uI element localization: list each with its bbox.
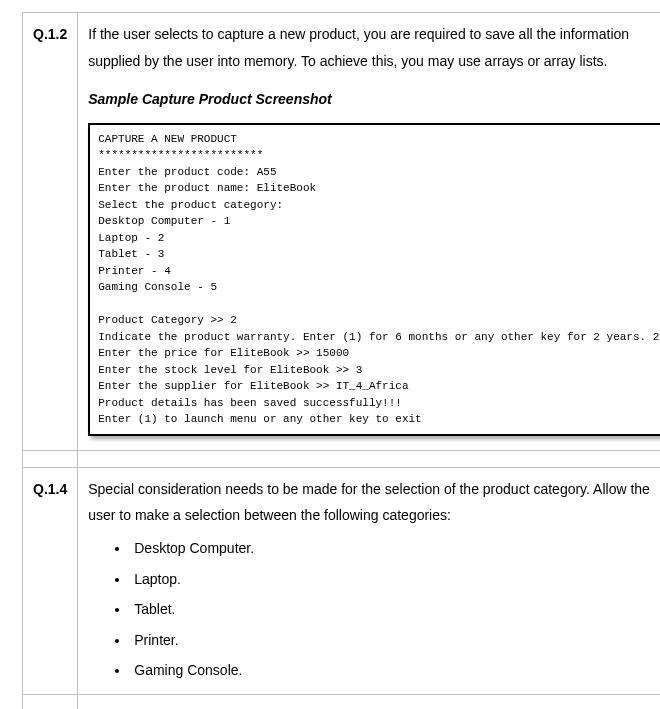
q14-text: Special consideration needs to be made f… [88,476,660,529]
q12-cell: If the user selects to capture a new pro… [78,13,660,451]
q14-category-list: Desktop Computer. Laptop. Tablet. Printe… [88,533,660,686]
list-item: Laptop. [130,564,660,595]
spacer-1 [23,450,661,467]
row-q14: Q.1.4 Special consideration needs to be … [23,467,661,694]
q12-text: If the user selects to capture a new pro… [88,21,660,74]
q12-console: CAPTURE A NEW PRODUCT ******************… [88,123,660,436]
list-item: Printer. [130,625,660,656]
row-q12: Q.1.2 If the user selects to capture a n… [23,13,661,451]
list-item: Desktop Computer. [130,533,660,564]
list-item: Tablet. [130,594,660,625]
q14-cell: Special consideration needs to be made f… [78,467,660,694]
q14-number: Q.1.4 [23,467,78,694]
spacer-2 [23,694,661,709]
q12-caption: Sample Capture Product Screenshot [88,86,660,113]
question-table: Q.1.2 If the user selects to capture a n… [22,12,660,709]
list-item: Gaming Console. [130,655,660,686]
q12-number: Q.1.2 [23,13,78,451]
